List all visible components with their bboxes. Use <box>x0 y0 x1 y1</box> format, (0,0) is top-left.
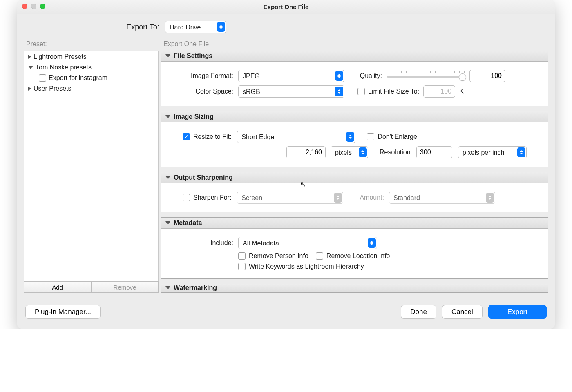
remove-location-checkbox[interactable] <box>316 252 323 260</box>
sharpen-target-select: Screen <box>237 192 343 204</box>
export-to-value[interactable]: Hard Drive <box>165 21 226 33</box>
resolution-input[interactable] <box>416 146 452 158</box>
sharpen-for-checkbox[interactable] <box>183 194 190 201</box>
sharpen-for-label: Sharpen For: <box>193 194 231 201</box>
minimize-icon <box>31 4 36 9</box>
color-space-select[interactable]: sRGB <box>238 85 344 98</box>
close-icon[interactable] <box>22 4 27 9</box>
chevron-down-icon <box>28 66 33 69</box>
preset-item-label: Export for instagram <box>49 74 107 82</box>
panel-header-output-sharpening[interactable]: Output Sharpening <box>161 172 548 183</box>
preset-checkbox[interactable] <box>39 74 46 82</box>
preset-group-label: Lightroom Presets <box>34 53 87 60</box>
window-controls <box>22 4 45 9</box>
export-dialog: Export One File Export To: Hard Drive Pr… <box>17 0 555 329</box>
limit-unit: K <box>459 88 464 95</box>
limit-filesize-label: Limit File Size To: <box>368 88 419 95</box>
panel-title: Output Sharpening <box>174 174 233 181</box>
write-keywords-checkbox[interactable] <box>238 263 246 270</box>
panel-metadata: Metadata Include: All Metadata <box>161 217 548 279</box>
chevron-right-icon <box>28 55 31 59</box>
preset-group-tomnoske[interactable]: Tom Noske presets <box>24 62 158 73</box>
panel-header-image-sizing[interactable]: Image Sizing <box>161 111 548 122</box>
remove-location-label: Remove Location Info <box>326 252 390 260</box>
amount-label: Amount: <box>360 194 384 201</box>
panel-image-sizing: Image Sizing Resize to Fit: Short Edge <box>161 111 548 167</box>
quality-input[interactable] <box>469 70 505 82</box>
preset-sidebar: Preset: Lightroom Presets Tom Noske pres… <box>21 39 159 293</box>
resolution-unit-select[interactable]: pixels per inch <box>458 146 527 158</box>
panel-title: File Settings <box>174 52 212 60</box>
disclosure-down-icon <box>165 54 170 58</box>
include-label: Include: <box>168 239 238 247</box>
chevron-right-icon <box>28 87 31 91</box>
disclosure-down-icon <box>165 221 170 225</box>
done-button[interactable]: Done <box>401 305 436 319</box>
preset-group-label: User Presets <box>34 85 71 92</box>
amount-select: Standard <box>389 192 495 204</box>
panel-output-sharpening: Output Sharpening Sharpen For: Screen <box>161 172 548 212</box>
export-to-label: Export To: <box>17 23 165 31</box>
resize-to-fit-checkbox[interactable] <box>183 133 190 140</box>
dialog-footer: Plug-in Manager... Done Cancel Export <box>17 296 555 329</box>
preset-group-label: Tom Noske presets <box>36 64 92 71</box>
disclosure-down-icon <box>165 286 170 290</box>
resolution-label: Resolution: <box>380 149 412 156</box>
size-unit-select[interactable]: pixels <box>331 146 368 158</box>
panel-header-file-settings[interactable]: File Settings <box>161 51 548 62</box>
preset-item-export-instagram[interactable]: Export for instagram <box>24 73 158 83</box>
plugin-manager-button[interactable]: Plug-in Manager... <box>25 305 101 319</box>
slider-knob[interactable] <box>459 74 466 81</box>
window-title: Export One File <box>17 0 555 14</box>
export-to-row: Export To: Hard Drive <box>17 14 555 39</box>
include-select[interactable]: All Metadata <box>238 237 377 249</box>
limit-filesize-checkbox[interactable] <box>358 88 365 95</box>
main-heading: Export One File <box>161 39 548 51</box>
fit-mode-select[interactable]: Short Edge <box>237 131 355 143</box>
image-format-label: Image Format: <box>168 72 238 80</box>
preset-list[interactable]: Lightroom Presets Tom Noske presets Expo… <box>24 51 159 281</box>
settings-scroll[interactable]: File Settings Image Format: JPEG Quality… <box>161 51 548 296</box>
panel-watermarking: Watermarking <box>161 284 548 293</box>
panel-title: Watermarking <box>174 284 217 292</box>
quality-label: Quality: <box>358 72 387 80</box>
panel-title: Image Sizing <box>174 113 214 120</box>
preset-group-lightroom[interactable]: Lightroom Presets <box>24 51 158 62</box>
remove-person-checkbox[interactable] <box>238 252 246 260</box>
image-format-select[interactable]: JPEG <box>238 70 344 82</box>
add-preset-button[interactable]: Add <box>24 281 91 293</box>
preset-group-user[interactable]: User Presets <box>24 83 158 94</box>
panel-file-settings: File Settings Image Format: JPEG Quality… <box>161 51 548 106</box>
preset-heading: Preset: <box>24 39 159 51</box>
cancel-button[interactable]: Cancel <box>442 305 483 319</box>
quality-slider[interactable] <box>387 71 465 81</box>
export-button[interactable]: Export <box>488 305 547 319</box>
dont-enlarge-label: Don't Enlarge <box>378 133 417 140</box>
dont-enlarge-checkbox[interactable] <box>367 133 374 140</box>
resize-to-fit-label: Resize to Fit: <box>193 133 231 140</box>
disclosure-down-icon <box>165 176 170 179</box>
panel-title: Metadata <box>174 219 202 227</box>
titlebar: Export One File <box>17 0 555 14</box>
size-value-input[interactable] <box>286 146 326 158</box>
panel-header-watermarking[interactable]: Watermarking <box>161 284 548 292</box>
disclosure-down-icon <box>165 115 170 118</box>
panel-header-metadata[interactable]: Metadata <box>161 218 548 229</box>
remove-person-label: Remove Person Info <box>249 252 308 260</box>
export-to-select[interactable]: Hard Drive <box>165 21 226 33</box>
remove-preset-button: Remove <box>91 281 159 293</box>
color-space-label: Color Space: <box>168 88 238 95</box>
preset-buttons: Add Remove <box>24 281 159 293</box>
write-keywords-label: Write Keywords as Lightroom Hierarchy <box>249 263 364 270</box>
zoom-icon[interactable] <box>40 4 45 9</box>
limit-filesize-input <box>423 85 455 98</box>
